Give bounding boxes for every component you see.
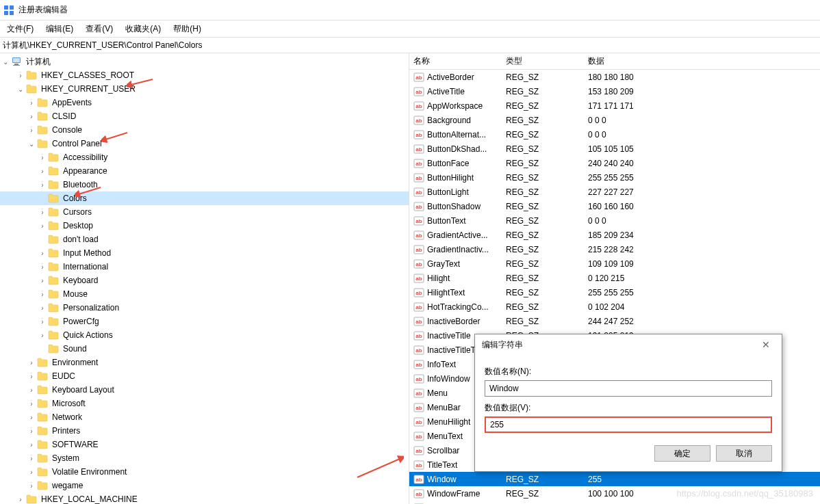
list-row[interactable]: abGradientInactiv...REG_SZ215 228 242: [409, 242, 820, 256]
list-row[interactable]: abAppWorkspaceREG_SZ171 171 171: [409, 98, 820, 113]
tree-item[interactable]: ›AppEvents: [0, 96, 409, 109]
list-row[interactable]: abButtonDkShad...REG_SZ105 105 105: [409, 142, 820, 156]
expand-icon[interactable]: ›: [37, 261, 48, 272]
tree-item[interactable]: ⌄HKEY_CURRENT_USER: [0, 82, 409, 96]
list-row[interactable]: abHilightTextREG_SZ255 255 255: [409, 285, 820, 300]
header-data[interactable]: 数据: [584, 55, 820, 67]
expand-icon[interactable]: ›: [37, 152, 48, 163]
tree-item[interactable]: ›Environment: [0, 356, 409, 369]
tree-item[interactable]: ›HKEY_CLASSES_ROOT: [0, 68, 409, 82]
expand-icon[interactable]: ›: [37, 207, 48, 217]
list-row[interactable]: abHotTrackingCo...REG_SZ0 102 204: [409, 300, 820, 314]
menu-edit[interactable]: 编辑(E): [42, 22, 77, 36]
tree-item[interactable]: Sound: [0, 342, 409, 356]
tree-item[interactable]: ›PowerCfg: [0, 315, 409, 328]
expand-icon[interactable]: ›: [37, 302, 48, 313]
menu-favorites[interactable]: 收藏夹(A): [121, 22, 165, 36]
list-row[interactable]: abGrayTextREG_SZ109 109 109: [409, 256, 820, 271]
expand-icon[interactable]: ›: [26, 97, 37, 108]
tree-item[interactable]: ›EUDC: [0, 369, 409, 383]
tree-item[interactable]: ›Printers: [0, 424, 409, 438]
tree-item[interactable]: ›Keyboard: [0, 274, 409, 287]
expand-icon[interactable]: ›: [26, 398, 37, 409]
tree-item[interactable]: ›Desktop: [0, 219, 409, 233]
expand-icon[interactable]: ›: [15, 494, 26, 504]
tree-item[interactable]: ›Microsoft: [0, 397, 409, 410]
list-row[interactable]: abButtonFaceREG_SZ240 240 240: [409, 156, 820, 170]
tree-panel[interactable]: ⌄计算机›HKEY_CLASSES_ROOT⌄HKEY_CURRENT_USER…: [0, 53, 409, 504]
tree-item[interactable]: ›Bluetooth: [0, 178, 409, 191]
tree-item[interactable]: ›Cursors: [0, 205, 409, 219]
tree-item[interactable]: ›Mouse: [0, 287, 409, 301]
expand-icon[interactable]: ›: [37, 289, 48, 300]
expand-icon[interactable]: ›: [37, 316, 48, 327]
list-row[interactable]: abInactiveBorderREG_SZ244 247 252: [409, 314, 820, 328]
tree-item[interactable]: ›SOFTWARE: [0, 438, 409, 451]
expand-icon[interactable]: ⌄: [15, 83, 26, 94]
expand-icon[interactable]: [37, 193, 48, 204]
expand-icon[interactable]: ›: [37, 165, 48, 176]
tree-item[interactable]: ›System: [0, 451, 409, 465]
menu-view[interactable]: 查看(V): [81, 22, 117, 36]
header-type[interactable]: 类型: [502, 55, 584, 67]
tree-item[interactable]: ›Appearance: [0, 164, 409, 178]
expand-icon[interactable]: ›: [26, 466, 37, 477]
list-row[interactable]: abButtonShadowREG_SZ160 160 160: [409, 199, 820, 213]
list-row[interactable]: abActiveBorderREG_SZ180 180 180: [409, 70, 820, 84]
cancel-button[interactable]: 取消: [716, 445, 772, 462]
ok-button[interactable]: 确定: [654, 445, 710, 462]
value-data-input[interactable]: [485, 416, 772, 433]
expand-icon[interactable]: ›: [26, 124, 37, 135]
address-bar[interactable]: 计算机\HKEY_CURRENT_USER\Control Panel\Colo…: [0, 37, 820, 53]
expand-icon[interactable]: ›: [15, 70, 26, 81]
expand-icon[interactable]: ›: [37, 330, 48, 341]
tree-item[interactable]: ⌄Control Panel: [0, 137, 409, 150]
menu-help[interactable]: 帮助(H): [169, 22, 205, 36]
expand-icon[interactable]: ›: [26, 480, 37, 491]
list-row[interactable]: abWindowREG_SZ255: [409, 472, 820, 486]
expand-icon[interactable]: [37, 234, 48, 245]
expand-icon[interactable]: ›: [26, 371, 37, 382]
list-row[interactable]: abWindowTextREG_SZ0 0 0: [409, 501, 820, 504]
list-row[interactable]: abButtonTextREG_SZ0 0 0: [409, 213, 820, 228]
header-name[interactable]: 名称: [409, 55, 502, 67]
tree-item[interactable]: ›Input Method: [0, 246, 409, 260]
tree-item[interactable]: ›HKEY_LOCAL_MACHINE: [0, 492, 409, 504]
list-row[interactable]: abActiveTitleREG_SZ153 180 209: [409, 84, 820, 98]
tree-item[interactable]: ›Personalization: [0, 301, 409, 315]
expand-icon[interactable]: ›: [26, 384, 37, 395]
list-row[interactable]: abButtonLightREG_SZ227 227 227: [409, 185, 820, 199]
expand-icon[interactable]: ›: [37, 275, 48, 286]
expand-icon[interactable]: ›: [26, 425, 37, 436]
expand-icon[interactable]: ›: [37, 220, 48, 231]
list-row[interactable]: abHilightREG_SZ0 120 215: [409, 271, 820, 285]
tree-root[interactable]: ⌄计算机: [0, 55, 409, 68]
expand-icon[interactable]: ›: [26, 111, 37, 122]
expand-icon[interactable]: ⌄: [26, 138, 37, 149]
expand-icon[interactable]: ⌄: [0, 56, 11, 67]
tree-item[interactable]: ›Network: [0, 410, 409, 424]
expand-icon[interactable]: [37, 343, 48, 354]
list-row[interactable]: abButtonAlternat...REG_SZ0 0 0: [409, 127, 820, 142]
tree-item[interactable]: ›CLSID: [0, 109, 409, 123]
expand-icon[interactable]: ›: [26, 453, 37, 464]
value-name-input[interactable]: [485, 380, 772, 397]
tree-item[interactable]: ›Console: [0, 123, 409, 137]
list-row[interactable]: abBackgroundREG_SZ0 0 0: [409, 113, 820, 127]
tree-item[interactable]: ›Keyboard Layout: [0, 383, 409, 397]
tree-item[interactable]: don't load: [0, 233, 409, 246]
tree-item[interactable]: ›International: [0, 260, 409, 274]
expand-icon[interactable]: ›: [26, 439, 37, 450]
tree-item[interactable]: ›Quick Actions: [0, 328, 409, 342]
list-row[interactable]: abButtonHilightREG_SZ255 255 255: [409, 170, 820, 185]
expand-icon[interactable]: ›: [26, 412, 37, 423]
expand-icon[interactable]: ›: [26, 357, 37, 368]
expand-icon[interactable]: ›: [37, 248, 48, 258]
tree-item[interactable]: ›Accessibility: [0, 150, 409, 164]
close-icon[interactable]: ✕: [756, 338, 776, 352]
expand-icon[interactable]: ›: [37, 179, 48, 190]
tree-item[interactable]: ›Volatile Environment: [0, 465, 409, 479]
tree-item[interactable]: Colors: [0, 191, 409, 205]
list-row[interactable]: abGradientActive...REG_SZ185 209 234: [409, 228, 820, 242]
menu-file[interactable]: 文件(F): [3, 22, 38, 36]
